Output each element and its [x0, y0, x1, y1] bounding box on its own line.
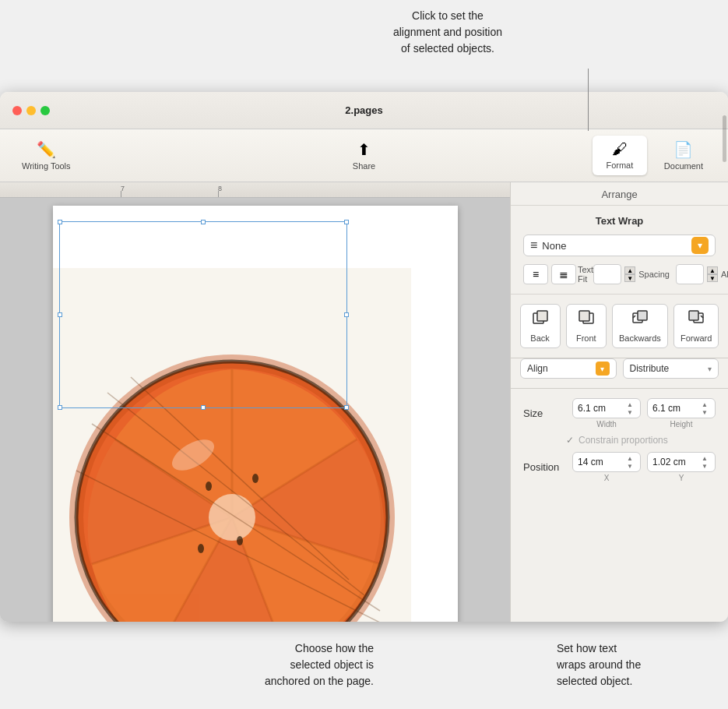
- size-position-section: Size 6.1 cm ▲ ▼ Width: [511, 389, 728, 498]
- close-button[interactable]: [12, 106, 22, 115]
- width-down[interactable]: ▼: [624, 408, 635, 416]
- textwrap-dropdown-arrow[interactable]: ▾: [691, 237, 709, 254]
- arrange-label: Arrange: [601, 189, 637, 200]
- share-icon: ⬆: [357, 140, 371, 159]
- width-value: 6.1 cm: [578, 403, 624, 414]
- spacing-label: Spacing: [638, 270, 670, 279]
- document-icon: 📄: [673, 140, 693, 159]
- width-up[interactable]: ▲: [624, 400, 635, 408]
- back-icon: [532, 309, 549, 330]
- width-stepper: ▲ ▼: [624, 400, 635, 416]
- align-dropdown-arrow[interactable]: ▾: [596, 362, 610, 376]
- textfit-btn1[interactable]: ≡: [523, 264, 548, 284]
- distribute-label: Distribute: [630, 363, 670, 374]
- backwards-button[interactable]: Backwards: [612, 304, 668, 348]
- backwards-icon: [631, 309, 649, 330]
- distribute-dropdown[interactable]: Distribute ▾: [623, 358, 719, 379]
- front-button[interactable]: Front: [566, 304, 607, 348]
- textwrap-title: Text Wrap: [523, 215, 716, 227]
- y-down[interactable]: ▼: [699, 462, 710, 470]
- svg-point-16: [206, 481, 212, 491]
- svg-rect-26: [638, 311, 647, 320]
- front-icon: [578, 309, 595, 330]
- distribute-arrow: ▾: [708, 365, 712, 373]
- svg-point-18: [237, 536, 243, 545]
- alpha-up[interactable]: ▲: [707, 266, 718, 274]
- back-button[interactable]: Back: [520, 304, 561, 348]
- share-label: Share: [353, 161, 375, 171]
- textwrap-section: Text Wrap ≡ None ▾ ≡: [511, 206, 728, 295]
- tooltip-bottom-right-text: Set how text wraps around the selected o…: [557, 642, 641, 687]
- svg-rect-22: [537, 311, 547, 321]
- align-distribute-section: Align ▾ Distribute ▾: [511, 358, 728, 389]
- x-sublabel: X: [604, 474, 610, 482]
- height-up[interactable]: ▲: [699, 400, 710, 408]
- textfit-btn2[interactable]: ≣: [551, 264, 576, 284]
- textwrap-dropdown-label: ≡ None: [530, 238, 566, 252]
- selection-handle-tm[interactable]: [201, 220, 206, 224]
- textwrap-value: None: [542, 240, 566, 252]
- size-field-group: 6.1 cm ▲ ▼ Width 6.1 cm: [572, 398, 716, 429]
- x-input-row[interactable]: 14 cm ▲ ▼: [572, 452, 641, 472]
- format-label: Format: [606, 160, 633, 170]
- page-area: [0, 198, 510, 622]
- textfit-icon2: ≣: [559, 268, 568, 280]
- textwrap-dropdown[interactable]: ≡ None ▾: [523, 235, 716, 256]
- forward-icon: [688, 309, 705, 330]
- orange-image: [53, 268, 411, 622]
- alpha-down[interactable]: ▼: [707, 274, 718, 282]
- format-icon: 🖌: [612, 140, 628, 158]
- backwards-label: Backwards: [619, 333, 661, 343]
- x-field: 14 cm ▲ ▼ X: [572, 452, 641, 482]
- align-distribute-row: Align ▾ Distribute ▾: [511, 358, 728, 388]
- main-window: 2.pages ✏️ Writing Tools ⬆ Share 🖌 Forma…: [0, 92, 728, 622]
- constrain-label: Constrain proportions: [579, 435, 668, 446]
- textfit-icon1: ≡: [533, 268, 539, 280]
- ruler-line-7: [121, 191, 121, 197]
- alpha-stepper: ▲ ▼: [707, 266, 718, 282]
- height-input-row[interactable]: 6.1 cm ▲ ▼: [647, 398, 716, 418]
- alpha-input[interactable]: [676, 264, 704, 284]
- y-input-row[interactable]: 1.02 cm ▲ ▼: [647, 452, 716, 472]
- alpha-label: Alpha: [721, 270, 728, 279]
- spacing-stepper: ▲ ▼: [624, 266, 635, 282]
- spacing-up[interactable]: ▲: [624, 266, 635, 274]
- height-down[interactable]: ▼: [699, 408, 710, 416]
- writing-tools-label: Writing Tools: [22, 161, 71, 171]
- minimize-button[interactable]: [26, 106, 36, 115]
- svg-point-10: [209, 494, 255, 541]
- forward-button[interactable]: Forward: [673, 304, 719, 348]
- align-label: Align: [527, 363, 548, 374]
- y-up[interactable]: ▲: [699, 454, 710, 462]
- y-value: 1.02 cm: [652, 457, 699, 467]
- share-button[interactable]: ⬆ Share: [341, 136, 388, 175]
- ruler-line-8: [218, 191, 219, 197]
- forward-label: Forward: [681, 333, 712, 343]
- spacing-input[interactable]: [593, 264, 621, 284]
- orange-svg: [53, 268, 411, 622]
- format-panel-button[interactable]: 🖌 Format: [593, 136, 647, 175]
- position-row: Position 14 cm ▲ ▼ X: [523, 452, 716, 482]
- textfit-group: ≡ ≣: [523, 264, 576, 284]
- x-value: 14 cm: [578, 457, 624, 467]
- tooltip-top: Click to set the alignment and position …: [343, 8, 553, 57]
- document-canvas[interactable]: 7 8: [0, 182, 510, 622]
- document-page: [53, 206, 458, 622]
- maximize-button[interactable]: [40, 106, 50, 115]
- document-label: Document: [664, 161, 703, 171]
- align-dropdown[interactable]: Align ▾: [520, 358, 617, 379]
- width-input-row[interactable]: 6.1 cm ▲ ▼: [572, 398, 641, 418]
- constrain-check[interactable]: ✓: [566, 435, 574, 446]
- selection-handle-tr[interactable]: [344, 220, 349, 224]
- x-down[interactable]: ▼: [624, 462, 635, 470]
- selection-handle-tl[interactable]: [58, 220, 62, 224]
- spacing-down[interactable]: ▼: [624, 274, 635, 282]
- x-up[interactable]: ▲: [624, 454, 635, 462]
- document-panel-button[interactable]: 📄 Document: [655, 136, 712, 175]
- writing-tools-button[interactable]: ✏️ Writing Tools: [16, 136, 77, 175]
- height-field: 6.1 cm ▲ ▼ Height: [647, 398, 716, 429]
- y-sublabel: Y: [679, 474, 684, 482]
- tooltip-bottom-left: Choose how the selected object is anchor…: [202, 640, 374, 690]
- toolbar-left: ✏️ Writing Tools: [16, 136, 77, 175]
- arrange-header[interactable]: Arrange: [511, 182, 728, 206]
